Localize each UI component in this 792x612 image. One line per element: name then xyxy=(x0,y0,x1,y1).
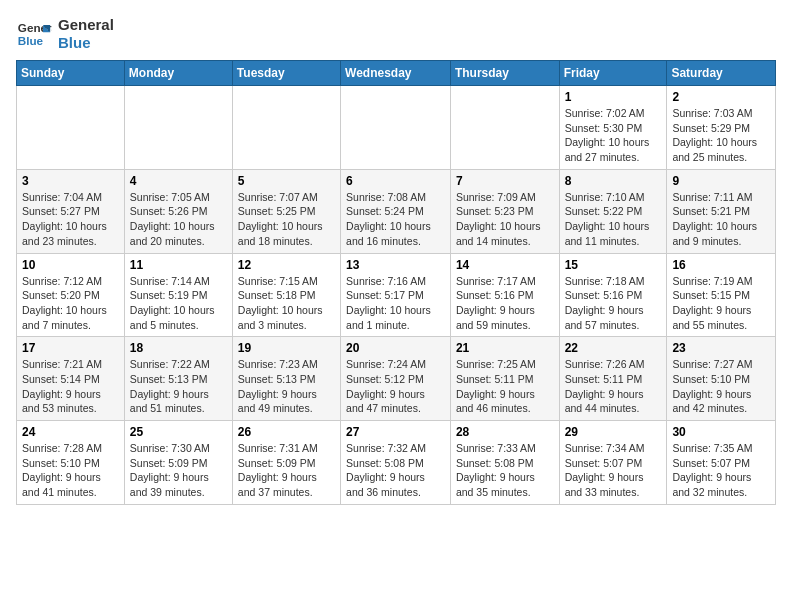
calendar-cell xyxy=(450,86,559,170)
day-number: 8 xyxy=(565,174,662,188)
calendar-cell: 1Sunrise: 7:02 AM Sunset: 5:30 PM Daylig… xyxy=(559,86,667,170)
day-info: Sunrise: 7:02 AM Sunset: 5:30 PM Dayligh… xyxy=(565,106,662,165)
day-number: 1 xyxy=(565,90,662,104)
day-info: Sunrise: 7:21 AM Sunset: 5:14 PM Dayligh… xyxy=(22,357,119,416)
calendar-cell: 22Sunrise: 7:26 AM Sunset: 5:11 PM Dayli… xyxy=(559,337,667,421)
day-number: 25 xyxy=(130,425,227,439)
day-info: Sunrise: 7:15 AM Sunset: 5:18 PM Dayligh… xyxy=(238,274,335,333)
day-number: 30 xyxy=(672,425,770,439)
day-number: 11 xyxy=(130,258,227,272)
day-info: Sunrise: 7:14 AM Sunset: 5:19 PM Dayligh… xyxy=(130,274,227,333)
logo-general-text: General xyxy=(58,16,114,34)
calendar-cell: 10Sunrise: 7:12 AM Sunset: 5:20 PM Dayli… xyxy=(17,253,125,337)
calendar-cell xyxy=(124,86,232,170)
day-number: 20 xyxy=(346,341,445,355)
logo-icon: General Blue xyxy=(16,16,52,52)
day-info: Sunrise: 7:24 AM Sunset: 5:12 PM Dayligh… xyxy=(346,357,445,416)
day-number: 29 xyxy=(565,425,662,439)
calendar-cell: 9Sunrise: 7:11 AM Sunset: 5:21 PM Daylig… xyxy=(667,169,776,253)
calendar-cell: 6Sunrise: 7:08 AM Sunset: 5:24 PM Daylig… xyxy=(341,169,451,253)
calendar-week-row: 24Sunrise: 7:28 AM Sunset: 5:10 PM Dayli… xyxy=(17,421,776,505)
day-number: 28 xyxy=(456,425,554,439)
day-info: Sunrise: 7:03 AM Sunset: 5:29 PM Dayligh… xyxy=(672,106,770,165)
logo: General Blue General Blue xyxy=(16,16,114,52)
day-number: 7 xyxy=(456,174,554,188)
calendar-week-row: 1Sunrise: 7:02 AM Sunset: 5:30 PM Daylig… xyxy=(17,86,776,170)
weekday-header-wednesday: Wednesday xyxy=(341,61,451,86)
day-info: Sunrise: 7:31 AM Sunset: 5:09 PM Dayligh… xyxy=(238,441,335,500)
day-number: 10 xyxy=(22,258,119,272)
day-info: Sunrise: 7:33 AM Sunset: 5:08 PM Dayligh… xyxy=(456,441,554,500)
calendar-week-row: 17Sunrise: 7:21 AM Sunset: 5:14 PM Dayli… xyxy=(17,337,776,421)
day-number: 14 xyxy=(456,258,554,272)
calendar-cell: 29Sunrise: 7:34 AM Sunset: 5:07 PM Dayli… xyxy=(559,421,667,505)
day-info: Sunrise: 7:17 AM Sunset: 5:16 PM Dayligh… xyxy=(456,274,554,333)
day-info: Sunrise: 7:10 AM Sunset: 5:22 PM Dayligh… xyxy=(565,190,662,249)
day-number: 13 xyxy=(346,258,445,272)
calendar-cell: 15Sunrise: 7:18 AM Sunset: 5:16 PM Dayli… xyxy=(559,253,667,337)
weekday-header-sunday: Sunday xyxy=(17,61,125,86)
svg-text:Blue: Blue xyxy=(18,34,44,47)
page-header: General Blue General Blue xyxy=(16,16,776,52)
day-number: 22 xyxy=(565,341,662,355)
calendar-table: SundayMondayTuesdayWednesdayThursdayFrid… xyxy=(16,60,776,505)
calendar-cell: 27Sunrise: 7:32 AM Sunset: 5:08 PM Dayli… xyxy=(341,421,451,505)
calendar-cell: 17Sunrise: 7:21 AM Sunset: 5:14 PM Dayli… xyxy=(17,337,125,421)
day-number: 5 xyxy=(238,174,335,188)
day-number: 17 xyxy=(22,341,119,355)
day-number: 27 xyxy=(346,425,445,439)
day-number: 21 xyxy=(456,341,554,355)
day-number: 23 xyxy=(672,341,770,355)
weekday-header-friday: Friday xyxy=(559,61,667,86)
calendar-cell: 8Sunrise: 7:10 AM Sunset: 5:22 PM Daylig… xyxy=(559,169,667,253)
calendar-cell: 20Sunrise: 7:24 AM Sunset: 5:12 PM Dayli… xyxy=(341,337,451,421)
day-number: 18 xyxy=(130,341,227,355)
calendar-cell: 14Sunrise: 7:17 AM Sunset: 5:16 PM Dayli… xyxy=(450,253,559,337)
day-info: Sunrise: 7:09 AM Sunset: 5:23 PM Dayligh… xyxy=(456,190,554,249)
day-info: Sunrise: 7:18 AM Sunset: 5:16 PM Dayligh… xyxy=(565,274,662,333)
day-info: Sunrise: 7:30 AM Sunset: 5:09 PM Dayligh… xyxy=(130,441,227,500)
day-info: Sunrise: 7:05 AM Sunset: 5:26 PM Dayligh… xyxy=(130,190,227,249)
calendar-cell: 25Sunrise: 7:30 AM Sunset: 5:09 PM Dayli… xyxy=(124,421,232,505)
day-info: Sunrise: 7:32 AM Sunset: 5:08 PM Dayligh… xyxy=(346,441,445,500)
calendar-cell xyxy=(232,86,340,170)
day-number: 19 xyxy=(238,341,335,355)
day-info: Sunrise: 7:16 AM Sunset: 5:17 PM Dayligh… xyxy=(346,274,445,333)
day-info: Sunrise: 7:19 AM Sunset: 5:15 PM Dayligh… xyxy=(672,274,770,333)
weekday-header-saturday: Saturday xyxy=(667,61,776,86)
calendar-week-row: 3Sunrise: 7:04 AM Sunset: 5:27 PM Daylig… xyxy=(17,169,776,253)
calendar-cell: 3Sunrise: 7:04 AM Sunset: 5:27 PM Daylig… xyxy=(17,169,125,253)
day-number: 12 xyxy=(238,258,335,272)
day-info: Sunrise: 7:11 AM Sunset: 5:21 PM Dayligh… xyxy=(672,190,770,249)
day-number: 24 xyxy=(22,425,119,439)
day-number: 2 xyxy=(672,90,770,104)
day-info: Sunrise: 7:34 AM Sunset: 5:07 PM Dayligh… xyxy=(565,441,662,500)
calendar-cell: 30Sunrise: 7:35 AM Sunset: 5:07 PM Dayli… xyxy=(667,421,776,505)
day-info: Sunrise: 7:25 AM Sunset: 5:11 PM Dayligh… xyxy=(456,357,554,416)
calendar-cell: 21Sunrise: 7:25 AM Sunset: 5:11 PM Dayli… xyxy=(450,337,559,421)
day-number: 16 xyxy=(672,258,770,272)
day-info: Sunrise: 7:27 AM Sunset: 5:10 PM Dayligh… xyxy=(672,357,770,416)
calendar-cell: 7Sunrise: 7:09 AM Sunset: 5:23 PM Daylig… xyxy=(450,169,559,253)
day-info: Sunrise: 7:08 AM Sunset: 5:24 PM Dayligh… xyxy=(346,190,445,249)
weekday-header-tuesday: Tuesday xyxy=(232,61,340,86)
day-number: 26 xyxy=(238,425,335,439)
day-info: Sunrise: 7:26 AM Sunset: 5:11 PM Dayligh… xyxy=(565,357,662,416)
day-number: 15 xyxy=(565,258,662,272)
calendar-cell: 13Sunrise: 7:16 AM Sunset: 5:17 PM Dayli… xyxy=(341,253,451,337)
calendar-cell: 19Sunrise: 7:23 AM Sunset: 5:13 PM Dayli… xyxy=(232,337,340,421)
calendar-week-row: 10Sunrise: 7:12 AM Sunset: 5:20 PM Dayli… xyxy=(17,253,776,337)
day-info: Sunrise: 7:04 AM Sunset: 5:27 PM Dayligh… xyxy=(22,190,119,249)
logo-blue-text: Blue xyxy=(58,34,114,52)
day-number: 9 xyxy=(672,174,770,188)
calendar-cell: 23Sunrise: 7:27 AM Sunset: 5:10 PM Dayli… xyxy=(667,337,776,421)
calendar-cell: 4Sunrise: 7:05 AM Sunset: 5:26 PM Daylig… xyxy=(124,169,232,253)
calendar-cell: 24Sunrise: 7:28 AM Sunset: 5:10 PM Dayli… xyxy=(17,421,125,505)
day-info: Sunrise: 7:22 AM Sunset: 5:13 PM Dayligh… xyxy=(130,357,227,416)
day-info: Sunrise: 7:12 AM Sunset: 5:20 PM Dayligh… xyxy=(22,274,119,333)
calendar-cell: 5Sunrise: 7:07 AM Sunset: 5:25 PM Daylig… xyxy=(232,169,340,253)
calendar-cell: 2Sunrise: 7:03 AM Sunset: 5:29 PM Daylig… xyxy=(667,86,776,170)
day-number: 6 xyxy=(346,174,445,188)
day-info: Sunrise: 7:07 AM Sunset: 5:25 PM Dayligh… xyxy=(238,190,335,249)
calendar-cell: 11Sunrise: 7:14 AM Sunset: 5:19 PM Dayli… xyxy=(124,253,232,337)
